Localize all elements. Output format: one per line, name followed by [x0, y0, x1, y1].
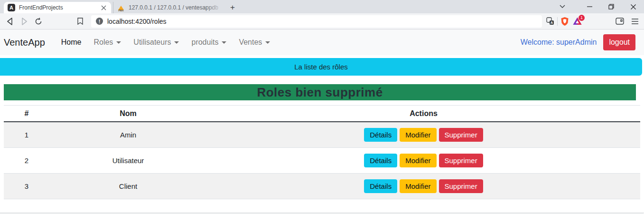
details-button[interactable]: Détails [364, 154, 397, 167]
chevron-down-icon [174, 41, 179, 44]
welcome-user-link[interactable]: Welcome: superAdmin [521, 38, 597, 47]
row-name: Client [49, 182, 207, 190]
close-window-button[interactable] [622, 0, 644, 13]
row-name: Amin [49, 131, 207, 139]
nav-item-ventes[interactable]: Ventes [234, 34, 275, 50]
sidebar-panel-icon[interactable] [614, 15, 626, 28]
rewards-badge: 1 [579, 15, 585, 21]
tab-phpmyadmin[interactable]: PMA 127.0.0.1 / 127.0.0.1 / ventesappdb … [113, 2, 223, 13]
nav-item-produits[interactable]: produits [187, 34, 231, 50]
header-nom: Nom [49, 109, 207, 118]
row-name: Utilisateur [49, 156, 207, 165]
success-message-text: Roles bien supprimé [257, 85, 383, 100]
table-row: 3 Client Détails Modifier Supprimer [4, 174, 640, 199]
svg-text:A: A [550, 21, 552, 24]
forward-icon[interactable] [17, 15, 31, 28]
tab-title-fade [206, 2, 223, 13]
nav-item-utilisateurs[interactable]: Utilisateurs [129, 34, 184, 50]
tab-title: FrontEndProjects [19, 4, 100, 11]
content-bottom-border [0, 213, 644, 214]
chevron-down-icon [265, 41, 270, 44]
tab-close-icon[interactable] [100, 4, 107, 11]
details-button[interactable]: Détails [364, 128, 397, 142]
browser-tab-bar: A FrontEndProjects PMA 127.0.0.1 / 127.0… [0, 0, 644, 13]
angular-favicon: A [8, 4, 15, 11]
delete-button[interactable]: Supprimer [439, 154, 483, 167]
chevron-down-icon [116, 41, 121, 44]
row-id: 1 [4, 131, 49, 139]
success-message-banner: Roles bien supprimé [4, 84, 636, 100]
divider [557, 17, 558, 26]
minimize-button[interactable] [579, 0, 600, 13]
new-tab-button[interactable]: + [227, 2, 238, 13]
menu-icon[interactable] [629, 15, 641, 28]
tab-frontendprojects[interactable]: A FrontEndProjects [4, 2, 111, 13]
brand-venteapp[interactable]: VenteApp [4, 37, 45, 48]
tab-search-chevron-icon[interactable] [554, 0, 570, 13]
modify-button[interactable]: Modifier [400, 179, 436, 193]
nav-item-home[interactable]: Home [56, 34, 86, 50]
table-header-row: # Nom Actions [4, 105, 640, 122]
table-row: 2 Utilisateur Détails Modifier Supprimer [4, 148, 640, 174]
roles-table: # Nom Actions 1 Amin Détails Modifier Su… [4, 105, 640, 199]
translate-icon[interactable]: A [544, 15, 556, 28]
roles-list-banner: La liste des rôles [0, 58, 642, 76]
details-button[interactable]: Détails [364, 179, 397, 193]
brave-shield-icon[interactable] [559, 15, 571, 28]
restore-button[interactable] [600, 0, 622, 13]
site-info-icon[interactable]: ! [96, 18, 103, 25]
browser-toolbar: ! localhost:4200/roles A 1 [0, 13, 644, 29]
bookmark-icon[interactable] [73, 15, 87, 28]
page-content: VenteApp Home Roles Utilisateurs produit… [0, 29, 644, 224]
reload-icon[interactable] [31, 15, 46, 28]
modify-button[interactable]: Modifier [400, 128, 436, 142]
table-body: 1 Amin Détails Modifier Supprimer 2 Util… [4, 122, 640, 199]
delete-button[interactable]: Supprimer [439, 179, 483, 193]
address-bar[interactable]: ! localhost:4200/roles [91, 15, 542, 28]
delete-button[interactable]: Supprimer [439, 128, 483, 142]
url-text: localhost:4200/roles [107, 18, 167, 25]
header-actions: Actions [207, 109, 640, 118]
brave-rewards-icon[interactable]: 1 [571, 15, 583, 28]
table-row: 1 Amin Détails Modifier Supprimer [4, 122, 640, 148]
modify-button[interactable]: Modifier [400, 154, 436, 167]
chevron-down-icon [222, 41, 226, 44]
app-navbar: VenteApp Home Roles Utilisateurs produit… [0, 29, 644, 55]
logout-button[interactable]: logout [603, 34, 635, 50]
roles-list-banner-text: La liste des rôles [294, 63, 348, 71]
phpmyadmin-favicon: PMA [117, 4, 125, 11]
row-id: 2 [4, 156, 49, 165]
back-icon[interactable] [3, 15, 17, 28]
row-id: 3 [4, 182, 49, 190]
window-controls [579, 0, 644, 13]
nav-item-roles[interactable]: Roles [89, 34, 126, 50]
header-num: # [4, 109, 49, 118]
